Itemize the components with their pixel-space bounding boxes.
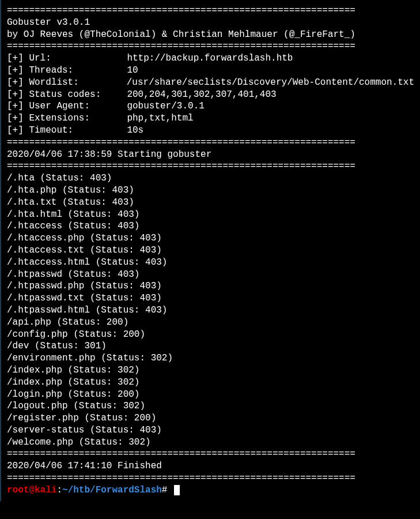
config-value: http://backup.forwardslash.htb [127, 52, 293, 65]
result-line: /welcome.php (Status: 302) [7, 437, 414, 449]
result-line: /.htaccess.txt (Status: 403) [7, 245, 414, 257]
result-line: /.hta.php (Status: 403) [7, 185, 414, 197]
result-line: /config.php (Status: 200) [7, 329, 414, 341]
result-line: /index.php (Status: 302) [7, 364, 414, 377]
results-block: /.hta (Status: 403)/.hta.php (Status: 40… [7, 172, 414, 448]
config-label: Threads: [29, 65, 127, 77]
config-label: Url: [29, 52, 127, 65]
config-line: [+] Extensions:php,txt,html [7, 112, 414, 125]
result-line: /server-status (Status: 403) [7, 424, 414, 437]
result-line: /.htaccess.php (Status: 403) [7, 232, 414, 245]
prompt-at: @ [29, 485, 35, 495]
finished-line: 2020/04/06 17:41:10 Finished [7, 460, 414, 472]
result-line: /logout.php (Status: 302) [7, 400, 414, 412]
result-line: /.hta.txt (Status: 403) [7, 197, 414, 209]
result-line: /dev (Status: 301) [7, 340, 414, 352]
gobuster-byline: by OJ Reeves (@TheColonial) & Christian … [7, 29, 414, 41]
result-line: /.htpasswd.html (Status: 403) [7, 304, 414, 317]
result-line: /api.php (Status: 200) [7, 317, 414, 329]
result-line: /index.php (Status: 302) [7, 377, 414, 389]
config-label: Status codes: [29, 89, 127, 101]
config-label: Wordlist: [29, 77, 126, 89]
gobuster-title: Gobuster v3.0.1 [7, 17, 414, 29]
shell-prompt[interactable]: root@kali:~/htb/ForwardSlash# [7, 484, 414, 497]
config-prefix: [+] [7, 125, 29, 137]
result-line: /login.php (Status: 200) [7, 389, 414, 401]
config-prefix: [+] [7, 100, 29, 112]
separator-after-start: ========================================… [7, 160, 414, 172]
config-value: php,txt,html [127, 112, 193, 125]
separator-bottom: ========================================… [7, 472, 414, 484]
config-value: 10s [127, 125, 143, 137]
config-prefix: [+] [7, 112, 29, 125]
starting-line: 2020/04/06 17:38:59 Starting gobuster [7, 149, 414, 161]
result-line: /.htpasswd.php (Status: 403) [7, 280, 414, 292]
prompt-path: ~/htb/ForwardSlash [62, 485, 162, 495]
prompt-colon: : [56, 485, 62, 495]
result-line: /.htaccess.html (Status: 403) [7, 257, 414, 269]
config-label: User Agent: [29, 100, 127, 112]
result-line: /.htpasswd (Status: 403) [7, 269, 414, 281]
separator-top: ========================================… [7, 5, 414, 17]
separator-after-config: ========================================… [7, 137, 414, 149]
config-line: [+] Timeout:10s [7, 125, 414, 137]
config-prefix: [+] [7, 52, 29, 65]
config-value: gobuster/3.0.1 [127, 100, 204, 112]
prompt-hash: # [162, 485, 173, 495]
separator-after-results: ========================================… [7, 448, 414, 460]
result-line: /.htaccess (Status: 403) [7, 220, 414, 232]
config-line: [+] Url:http://backup.forwardslash.htb [7, 52, 414, 65]
config-label: Extensions: [29, 112, 127, 125]
separator-after-header: ========================================… [7, 40, 414, 52]
result-line: /register.php (Status: 200) [7, 412, 414, 424]
prompt-user: root [7, 485, 29, 495]
config-line: [+] User Agent:gobuster/3.0.1 [7, 100, 414, 112]
config-value: 200,204,301,302,307,401,403 [127, 89, 276, 101]
result-line: /.hta.html (Status: 403) [7, 209, 414, 221]
config-label: Timeout: [29, 125, 127, 137]
config-prefix: [+] [7, 89, 29, 101]
config-line: [+] Status codes:200,204,301,302,307,401… [7, 89, 414, 101]
result-line: /.hta (Status: 403) [7, 172, 414, 185]
config-block: [+] Url:http://backup.forwardslash.htb[+… [7, 52, 414, 137]
config-line: [+] Threads:10 [7, 65, 414, 77]
result-line: /environment.php (Status: 302) [7, 352, 414, 364]
cursor [174, 485, 180, 495]
prompt-host: kali [35, 485, 56, 495]
result-line: /.htpasswd.txt (Status: 403) [7, 292, 414, 304]
config-line: [+] Wordlist:/usr/share/seclists/Discove… [7, 77, 414, 89]
config-value: /usr/share/seclists/Discovery/Web-Conten… [127, 77, 414, 89]
config-prefix: [+] [7, 77, 29, 89]
config-value: 10 [127, 65, 138, 77]
config-prefix: [+] [7, 65, 29, 77]
